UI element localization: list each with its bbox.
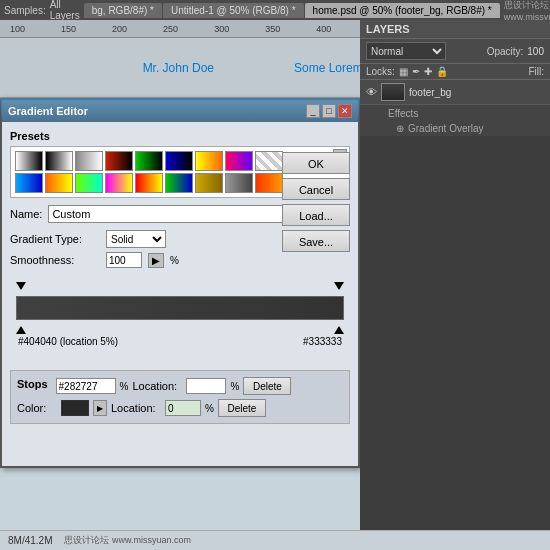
opacity-stop-left[interactable]	[16, 282, 26, 296]
preset-5[interactable]	[135, 151, 163, 171]
smoothness-pct: %	[170, 255, 179, 266]
layer-gradient-overlay-item[interactable]: ⊕ Gradient Overlay	[360, 121, 550, 136]
name-input[interactable]	[48, 205, 296, 223]
preset-4[interactable]	[105, 151, 133, 171]
gradient-annotations: #404040 (location 5%) #333333	[16, 336, 344, 356]
name-label: Name:	[10, 208, 42, 220]
preset-7[interactable]	[195, 151, 223, 171]
opacity-stop-right[interactable]	[334, 282, 344, 296]
layers-controls: Normal Opacity: 100	[360, 39, 550, 64]
samples-label: Samples:	[4, 5, 46, 16]
gradient-editor-dialog: Gradient Editor _ □ ✕ Presets	[0, 98, 360, 468]
tab-home[interactable]: home.psd @ 50% (footer_bg, RGB/8#) *	[305, 3, 500, 18]
dialog-body: Presets	[2, 122, 358, 436]
gradient-preview-bar[interactable]	[16, 296, 344, 320]
bottom-bar: 8M/41.2M 思设计论坛 www.missyuan.com	[0, 530, 550, 550]
lock-paint-icon[interactable]: ✒	[412, 66, 420, 77]
color-label: Color:	[17, 402, 57, 414]
location-input-2[interactable]	[165, 400, 201, 416]
layers-blend-mode-select[interactable]: Normal	[366, 42, 446, 60]
lock-all-icon[interactable]: 🔒	[436, 66, 448, 77]
preset-1[interactable]	[15, 151, 43, 171]
layer-visibility-icon[interactable]: 👁	[366, 86, 377, 98]
presets-label: Presets	[10, 130, 350, 142]
close-button[interactable]: ✕	[338, 104, 352, 118]
ok-button[interactable]: OK	[282, 152, 350, 174]
preset-18[interactable]	[255, 173, 283, 193]
delete-button-2[interactable]: Delete	[218, 399, 266, 417]
canvas-text-1: Mr. John Doe	[143, 61, 214, 75]
stops-value-input[interactable]	[56, 378, 116, 394]
layers-locks-row: Locks: ▦ ✒ ✚ 🔒 Fill:	[360, 64, 550, 80]
location-input-1[interactable]	[186, 378, 226, 394]
stops-pct: %	[120, 381, 129, 392]
annotation-left: #404040 (location 5%)	[18, 336, 118, 347]
stops-title: Stops	[17, 378, 48, 390]
bottom-info: 8M/41.2M	[8, 535, 52, 546]
preset-13[interactable]	[105, 173, 133, 193]
stops-label-row: Stops % Location: % Delete	[17, 377, 343, 395]
preset-11[interactable]	[45, 173, 73, 193]
preset-10[interactable]	[15, 173, 43, 193]
preset-16[interactable]	[195, 173, 223, 193]
color-stop-right[interactable]	[334, 326, 344, 334]
preset-6[interactable]	[165, 151, 193, 171]
tab-bg[interactable]: bg, RGB/8#) *	[84, 3, 162, 18]
preset-14[interactable]	[135, 173, 163, 193]
location-label-2: Location:	[111, 402, 161, 414]
layers-opacity-value: 100	[527, 46, 544, 57]
lock-transparent-icon[interactable]: ▦	[399, 66, 408, 77]
preset-12[interactable]	[75, 173, 103, 193]
opacity-stop-handles	[16, 282, 344, 296]
preset-3[interactable]	[75, 151, 103, 171]
smoothness-stepper[interactable]: ▶	[148, 253, 164, 268]
tab-bar: bg, RGB/8#) * Untitled-1 @ 50% (RGB/8) *…	[84, 3, 500, 18]
smoothness-input[interactable]	[106, 252, 142, 268]
minimize-button[interactable]: _	[306, 104, 320, 118]
smoothness-row: Smoothness: ▶ %	[10, 252, 350, 268]
gradient-overlay-layer-label: Gradient Overlay	[408, 123, 484, 134]
cancel-button[interactable]: Cancel	[282, 178, 350, 200]
dialog-action-buttons: OK Cancel Load... Save...	[282, 152, 350, 252]
preset-8[interactable]	[225, 151, 253, 171]
gradient-bar-section: #404040 (location 5%) #333333	[10, 276, 350, 362]
gradient-type-select[interactable]: Solid Noise	[106, 230, 166, 248]
watermark: 思设计论坛 www.missyuan.com	[504, 0, 550, 22]
gradient-type-label: Gradient Type:	[10, 233, 100, 245]
locks-label: Locks:	[366, 66, 395, 77]
lock-move-icon[interactable]: ✚	[424, 66, 432, 77]
color-swatch[interactable]	[61, 400, 89, 416]
maximize-button[interactable]: □	[322, 104, 336, 118]
preset-9[interactable]	[255, 151, 283, 171]
gradient-overlay-icon: ⊕	[396, 123, 404, 134]
layer-name-label: footer_bg	[409, 87, 451, 98]
samples-value: All Layers	[50, 0, 80, 21]
location-label-1: Location:	[132, 380, 182, 392]
preset-17[interactable]	[225, 173, 253, 193]
color-row: Color: ▶ Location: % Delete	[17, 399, 343, 417]
dialog-window-controls: _ □ ✕	[306, 104, 352, 118]
color-stop-handles	[16, 320, 344, 334]
smoothness-label: Smoothness:	[10, 254, 100, 266]
color-dropdown-arrow[interactable]: ▶	[93, 400, 107, 416]
bottom-right-text: 思设计论坛 www.missyuan.com	[64, 534, 191, 547]
dialog-titlebar: Gradient Editor _ □ ✕	[2, 100, 358, 122]
fill-label: Fill:	[528, 66, 544, 77]
effects-label: Effects	[388, 108, 418, 119]
preset-15[interactable]	[165, 173, 193, 193]
layers-panel-header: LAYERS	[360, 20, 550, 39]
dialog-title: Gradient Editor	[8, 105, 88, 117]
save-button[interactable]: Save...	[282, 230, 350, 252]
top-bar: Samples: All Layers bg, RGB/8#) * Untitl…	[0, 0, 550, 20]
layers-panel: LAYERS Normal Opacity: 100 Locks: ▦ ✒ ✚ …	[360, 20, 550, 550]
color-stop-left[interactable]	[16, 326, 26, 334]
preset-2[interactable]	[45, 151, 73, 171]
delete-button-1[interactable]: Delete	[243, 377, 291, 395]
layers-opacity-label: Opacity:	[487, 46, 524, 57]
load-button[interactable]: Load...	[282, 204, 350, 226]
layer-item-footer-bg[interactable]: 👁 footer_bg	[360, 80, 550, 105]
layer-effects-section: Effects	[360, 105, 550, 121]
layer-thumbnail	[381, 83, 405, 101]
annotation-right: #333333	[303, 336, 342, 347]
tab-untitled[interactable]: Untitled-1 @ 50% (RGB/8) *	[163, 3, 304, 18]
